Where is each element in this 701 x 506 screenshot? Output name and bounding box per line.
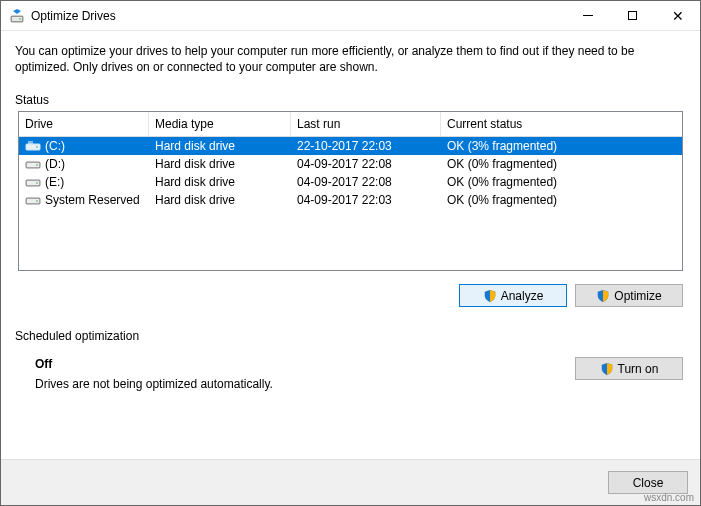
drive-icon <box>25 176 41 188</box>
drive-status: OK (3% fragmented) <box>441 139 682 153</box>
drive-media: Hard disk drive <box>149 157 291 171</box>
scheduled-label: Scheduled optimization <box>15 329 686 343</box>
app-icon <box>9 8 25 24</box>
svg-rect-15 <box>36 201 38 202</box>
drive-status: OK (0% fragmented) <box>441 193 682 207</box>
close-label: Close <box>633 476 664 490</box>
drive-name: System Reserved <box>45 193 140 207</box>
shield-icon <box>483 289 497 303</box>
drive-media: Hard disk drive <box>149 193 291 207</box>
scheduled-section: Scheduled optimization Off Drives are no… <box>15 329 686 391</box>
drive-media: Hard disk drive <box>149 139 291 153</box>
window-title: Optimize Drives <box>31 9 565 23</box>
optimize-label: Optimize <box>614 289 661 303</box>
watermark: wsxdn.com <box>644 492 694 503</box>
drive-row[interactable]: (E:)Hard disk drive04-09-2017 22:08OK (0… <box>19 173 682 191</box>
action-button-row: Analyze Optimize <box>15 271 686 307</box>
drive-media: Hard disk drive <box>149 175 291 189</box>
drive-status: OK (0% fragmented) <box>441 175 682 189</box>
analyze-label: Analyze <box>501 289 544 303</box>
drive-last-run: 04-09-2017 22:08 <box>291 157 441 171</box>
svg-rect-6 <box>28 141 33 144</box>
titlebar[interactable]: Optimize Drives ✕ <box>1 1 700 31</box>
drive-icon <box>25 194 41 206</box>
close-button[interactable]: Close <box>608 471 688 494</box>
col-header-media[interactable]: Media type <box>149 112 291 136</box>
turn-on-button[interactable]: Turn on <box>575 357 683 380</box>
drive-last-run: 04-09-2017 22:03 <box>291 193 441 207</box>
description-text: You can optimize your drives to help you… <box>15 43 686 75</box>
shield-icon <box>596 289 610 303</box>
status-label: Status <box>15 93 686 107</box>
window-controls: ✕ <box>565 1 700 30</box>
drive-row[interactable]: System ReservedHard disk drive04-09-2017… <box>19 191 682 209</box>
scheduled-state: Off <box>35 357 555 371</box>
drive-icon <box>25 158 41 170</box>
content-area: You can optimize your drives to help you… <box>1 31 700 391</box>
footer: Close <box>1 459 700 505</box>
drive-name: (C:) <box>45 139 65 153</box>
optimize-button[interactable]: Optimize <box>575 284 683 307</box>
drive-last-run: 22-10-2017 22:03 <box>291 139 441 153</box>
col-header-drive[interactable]: Drive <box>19 112 149 136</box>
analyze-button[interactable]: Analyze <box>459 284 567 307</box>
col-header-last[interactable]: Last run <box>291 112 441 136</box>
list-header: Drive Media type Last run Current status <box>19 112 682 137</box>
drive-last-run: 04-09-2017 22:08 <box>291 175 441 189</box>
turn-on-label: Turn on <box>618 362 659 376</box>
drive-name: (D:) <box>45 157 65 171</box>
maximize-button[interactable] <box>610 1 655 30</box>
drive-icon <box>25 140 41 152</box>
drive-name: (E:) <box>45 175 64 189</box>
drives-listbox[interactable]: Drive Media type Last run Current status… <box>18 111 683 271</box>
col-header-status[interactable]: Current status <box>441 112 682 136</box>
svg-rect-12 <box>36 183 38 184</box>
svg-rect-5 <box>36 147 38 148</box>
svg-rect-9 <box>36 165 38 166</box>
minimize-button[interactable] <box>565 1 610 30</box>
drive-row[interactable]: (D:)Hard disk drive04-09-2017 22:08OK (0… <box>19 155 682 173</box>
drive-status: OK (0% fragmented) <box>441 157 682 171</box>
drive-row[interactable]: (C:)Hard disk drive22-10-2017 22:03OK (3… <box>19 137 682 155</box>
close-window-button[interactable]: ✕ <box>655 1 700 30</box>
list-rows: (C:)Hard disk drive22-10-2017 22:03OK (3… <box>19 137 682 209</box>
scheduled-desc: Drives are not being optimized automatic… <box>35 377 555 391</box>
svg-rect-2 <box>19 18 21 19</box>
shield-icon <box>600 362 614 376</box>
